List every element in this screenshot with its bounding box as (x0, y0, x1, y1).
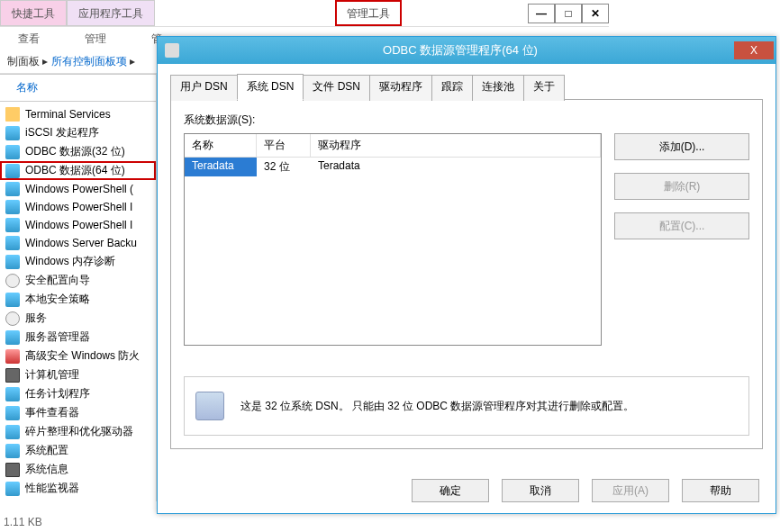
sidebar-item-19[interactable]: 系统信息 (0, 460, 156, 479)
sidebar-item-label: 服务 (25, 311, 47, 326)
toolbar-view[interactable]: 查看 (18, 32, 40, 47)
sidebar-item-label: 本地安全策略 (25, 292, 90, 307)
maximize-button[interactable]: □ (555, 4, 582, 23)
cp-sidebar: 名称 Terminal ServicesiSCSI 发起程序ODBC 数据源(3… (0, 74, 157, 501)
odbc-footer-buttons: 确定 取消 应用(A) 帮助 (412, 479, 759, 502)
col-platform[interactable]: 平台 (257, 134, 311, 157)
system-dsn-label: 系统数据源(S): (184, 113, 749, 128)
odbc-dialog: ODBC 数据源管理程序(64 位) X 用户 DSN 系统 DSN 文件 DS… (157, 36, 776, 514)
tab-about[interactable]: 关于 (523, 75, 565, 101)
dsn-row-driver: Teradata (311, 158, 601, 176)
app-icon (5, 164, 20, 178)
sidebar-item-label: Windows PowerShell ( (25, 183, 133, 195)
sidebar-item-12[interactable]: 服务器管理器 (0, 328, 156, 347)
sidebar-item-5[interactable]: Windows PowerShell I (0, 198, 156, 216)
sidebar-item-6[interactable]: Windows PowerShell I (0, 216, 156, 234)
sidebar-item-label: Windows Server Backu (25, 237, 137, 249)
remove-button[interactable]: 删除(R) (614, 173, 749, 200)
tab-pooling[interactable]: 连接池 (472, 75, 524, 101)
sidebar-item-13[interactable]: 高级安全 Windows 防火 (0, 347, 156, 365)
sidebar-item-label: 高级安全 Windows 防火 (25, 348, 140, 364)
sidebar-item-7[interactable]: Windows Server Backu (0, 234, 156, 252)
help-button[interactable]: 帮助 (682, 479, 759, 502)
sidebar-item-label: 系统配置 (25, 443, 68, 458)
sidebar-item-1[interactable]: iSCSI 发起程序 (0, 123, 156, 142)
sidebar-item-3[interactable]: ODBC 数据源(64 位) (0, 161, 156, 180)
sidebar-item-20[interactable]: 性能监视器 (0, 479, 156, 498)
window-buttons: — □ ✕ (528, 4, 609, 23)
sidebar-item-8[interactable]: Windows 内存诊断 (0, 252, 156, 271)
sidebar-item-9[interactable]: 安全配置向导 (0, 271, 156, 290)
odbc-body: 用户 DSN 系统 DSN 文件 DSN 驱动程序 跟踪 连接池 关于 系统数据… (158, 64, 775, 458)
dsn-list-header: 名称 平台 驱动程序 (185, 134, 601, 158)
configure-button[interactable]: 配置(C)... (614, 212, 749, 239)
close-button[interactable]: ✕ (582, 4, 609, 23)
app-icon (5, 425, 20, 439)
ok-button[interactable]: 确定 (412, 479, 489, 502)
gear-icon (5, 311, 20, 326)
tab-system-dsn[interactable]: 系统 DSN (237, 74, 304, 100)
minimize-button[interactable]: — (528, 4, 555, 23)
dsn-row-name: Teradata (185, 158, 257, 176)
app-icon (5, 145, 20, 159)
info-icon (195, 392, 224, 420)
col-name[interactable]: 名称 (185, 134, 257, 157)
sidebar-item-0[interactable]: Terminal Services (0, 105, 156, 123)
cp-ribbon-tabs: 快捷工具 应用程序工具 管理工具 (0, 0, 402, 26)
sidebar-item-label: 事件查看器 (25, 405, 79, 420)
tab-user-dsn[interactable]: 用户 DSN (170, 75, 238, 101)
odbc-close-button[interactable]: X (734, 41, 774, 59)
app-icon (5, 182, 20, 196)
name-column-header[interactable]: 名称 (0, 74, 156, 102)
tab-drivers[interactable]: 驱动程序 (369, 75, 432, 101)
odbc-app-icon (165, 43, 179, 58)
sidebar-item-label: Terminal Services (25, 108, 111, 121)
ribbon-tab-app[interactable]: 应用程序工具 (67, 0, 155, 26)
info-panel: 这是 32 位系统 DSN。 只能由 32 位 ODBC 数据源管理程序对其进行… (184, 376, 749, 436)
sidebar-item-11[interactable]: 服务 (0, 309, 156, 328)
app-icon (5, 293, 20, 307)
breadcrumb-all[interactable]: 所有控制面板项 (51, 55, 127, 68)
sidebar-item-17[interactable]: 碎片整理和优化驱动器 (0, 422, 156, 441)
sidebar-item-label: Windows PowerShell I (25, 201, 132, 213)
sidebar-item-label: Windows PowerShell I (25, 219, 132, 231)
sidebar-item-18[interactable]: 系统配置 (0, 441, 156, 460)
sidebar-item-label: 任务计划程序 (25, 386, 90, 401)
sidebar-item-4[interactable]: Windows PowerShell ( (0, 180, 156, 198)
odbc-title: ODBC 数据源管理程序(64 位) (186, 42, 734, 59)
odbc-tabstrip: 用户 DSN 系统 DSN 文件 DSN 驱动程序 跟踪 连接池 关于 (170, 73, 763, 100)
monitor-icon (5, 463, 20, 477)
tab-tracing[interactable]: 跟踪 (431, 75, 473, 101)
sidebar-item-label: 计算机管理 (25, 367, 79, 383)
dsn-row-platform: 32 位 (257, 158, 311, 176)
add-button[interactable]: 添加(D)... (614, 133, 749, 160)
ribbon-tab-mgmt[interactable]: 管理工具 (335, 0, 402, 26)
app-icon (5, 236, 20, 250)
sidebar-item-14[interactable]: 计算机管理 (0, 365, 156, 384)
cp-titlebar: 快捷工具 应用程序工具 管理工具 — □ ✕ (0, 0, 609, 27)
sidebar-item-10[interactable]: 本地安全策略 (0, 290, 156, 309)
sidebar-item-16[interactable]: 事件查看器 (0, 403, 156, 422)
app-icon (5, 218, 20, 232)
ribbon-tab-quick[interactable]: 快捷工具 (0, 0, 67, 26)
col-driver[interactable]: 驱动程序 (311, 134, 601, 157)
toolbar-manage[interactable]: 管理 (85, 32, 106, 47)
dsn-action-buttons: 添加(D)... 删除(R) 配置(C)... (614, 133, 749, 346)
sidebar-item-15[interactable]: 任务计划程序 (0, 384, 156, 403)
breadcrumb-cp[interactable]: 制面板 (7, 55, 40, 68)
gear-icon (5, 274, 20, 288)
sidebar-item-label: 服务器管理器 (25, 329, 90, 345)
odbc-tab-content: 系统数据源(S): 名称 平台 驱动程序 Teradata 32 位 Terad… (170, 100, 763, 449)
odbc-titlebar[interactable]: ODBC 数据源管理程序(64 位) X (158, 37, 775, 64)
shield-icon (5, 349, 20, 364)
dsn-row[interactable]: Teradata 32 位 Teradata (185, 158, 601, 176)
app-icon (5, 444, 20, 458)
apply-button[interactable]: 应用(A) (592, 479, 669, 502)
cancel-button[interactable]: 取消 (502, 479, 579, 502)
dsn-listbox[interactable]: 名称 平台 驱动程序 Teradata 32 位 Teradata (184, 133, 602, 346)
tab-file-dsn[interactable]: 文件 DSN (303, 75, 370, 101)
app-icon (5, 387, 20, 401)
app-icon (5, 126, 20, 140)
monitor-icon (5, 368, 20, 383)
sidebar-item-2[interactable]: ODBC 数据源(32 位) (0, 142, 156, 161)
